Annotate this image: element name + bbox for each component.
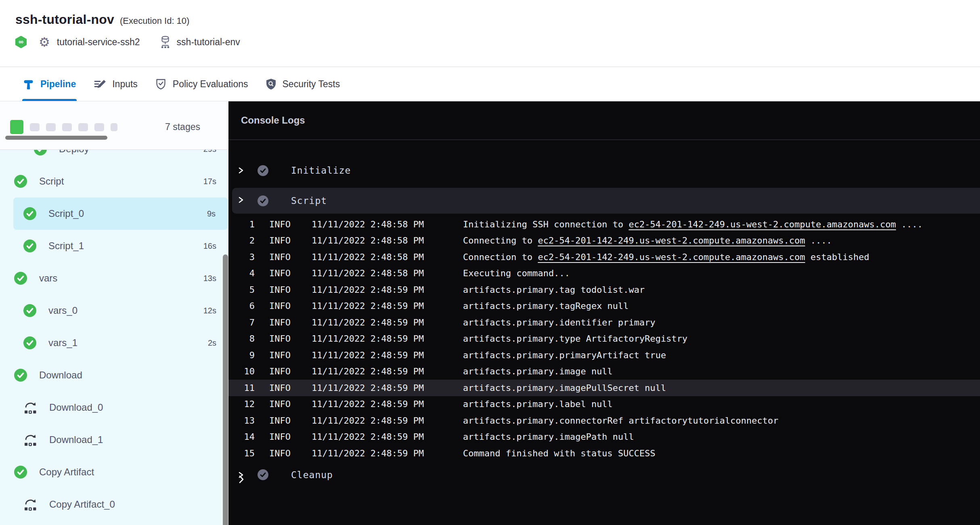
log-message: artifacts.primary.connectorRef artifacto… bbox=[463, 416, 778, 426]
stage-label: vars_0 bbox=[48, 305, 77, 316]
line-number: 4 bbox=[228, 268, 255, 278]
host-link[interactable]: ec2-54-201-142-249.us-west-2.compute.ama… bbox=[538, 252, 805, 262]
log-level: INFO bbox=[269, 285, 291, 295]
log-level: INFO bbox=[269, 432, 291, 442]
success-check-icon bbox=[23, 336, 36, 349]
line-number: 13 bbox=[228, 416, 255, 426]
log-section-script[interactable]: Script bbox=[232, 188, 980, 214]
log-level: INFO bbox=[269, 235, 291, 246]
stage-row-deploy[interactable]: Deploy29s bbox=[0, 150, 228, 165]
stage-row-vars_1[interactable]: vars_12s bbox=[0, 327, 228, 359]
log-line-3: 3 INFO 11/11/2022 2:48:58 PM Connection … bbox=[228, 249, 980, 265]
stage-label: Script_0 bbox=[48, 208, 84, 219]
stage-row-copy-artifact[interactable]: Copy Artifact bbox=[0, 456, 228, 488]
log-line-11: 11 INFO 11/11/2022 2:48:59 PM artifacts.… bbox=[228, 380, 980, 396]
log-text: Initializing SSH connection to bbox=[463, 219, 629, 229]
gear-icon: ⚙ bbox=[39, 36, 50, 48]
tab-label: Policy Evaluations bbox=[173, 79, 248, 90]
log-text: artifacts.primary.connectorRef artifacto… bbox=[463, 416, 778, 426]
stage-segment-pending bbox=[62, 123, 72, 131]
log-timestamp: 11/11/2022 2:48:58 PM bbox=[312, 219, 451, 229]
success-check-icon bbox=[14, 369, 27, 382]
chevron-down-icon[interactable] bbox=[238, 196, 244, 205]
line-number: 9 bbox=[228, 350, 255, 360]
line-number: 14 bbox=[228, 432, 255, 442]
tab-security-tests[interactable]: Security Tests bbox=[266, 67, 340, 101]
policy-icon bbox=[155, 78, 166, 90]
log-level: INFO bbox=[269, 399, 291, 409]
log-line-2: 2 INFO 11/11/2022 2:48:58 PM Connecting … bbox=[228, 233, 980, 249]
stage-row-vars_0[interactable]: vars_012s bbox=[0, 294, 228, 327]
stages-progress-header: 7 stages bbox=[0, 101, 228, 150]
stage-duration: 29s bbox=[203, 150, 228, 154]
horizontal-scrollbar[interactable] bbox=[5, 136, 107, 140]
console-header: Console Logs bbox=[228, 101, 980, 140]
stage-label: Download bbox=[39, 370, 82, 381]
log-level: INFO bbox=[269, 350, 291, 360]
log-timestamp: 11/11/2022 2:48:58 PM bbox=[312, 235, 451, 246]
stage-label: Script bbox=[39, 176, 64, 187]
host-link[interactable]: ec2-54-201-142-249.us-west-2.compute.ama… bbox=[538, 235, 805, 246]
log-line-14: 14 INFO 11/11/2022 2:48:59 PM artifacts.… bbox=[228, 429, 980, 445]
stage-segment-pending bbox=[78, 123, 88, 131]
log-timestamp: 11/11/2022 2:48:59 PM bbox=[312, 416, 451, 426]
tab-policy-evaluations[interactable]: Policy Evaluations bbox=[155, 67, 248, 101]
meta-row: ∞ ⚙ tutorial-service-ssh2 ssh-tutorial-e… bbox=[15, 35, 240, 49]
stage-label: Download_1 bbox=[49, 434, 103, 445]
stage-row-script_1[interactable]: Script_116s bbox=[0, 230, 228, 262]
log-text: artifacts.primary.image null bbox=[463, 366, 613, 376]
log-text: Connecting to bbox=[463, 235, 538, 246]
log-text: artifacts.primary.identifier primary bbox=[463, 317, 655, 328]
stage-row-download[interactable]: Download bbox=[0, 359, 228, 391]
stage-row-script[interactable]: Script17s bbox=[0, 165, 228, 197]
log-text: artifacts.primary.tagRegex null bbox=[463, 301, 629, 311]
line-number: 8 bbox=[228, 334, 255, 344]
log-text: artifacts.primary.imagePullSecret null bbox=[463, 383, 666, 393]
log-line-12: 12 INFO 11/11/2022 2:48:59 PM artifacts.… bbox=[228, 396, 980, 413]
log-timestamp: 11/11/2022 2:48:59 PM bbox=[312, 301, 451, 311]
tab-inputs[interactable]: Inputs bbox=[94, 67, 138, 101]
log-text: artifacts.primary.primaryArtifact true bbox=[463, 350, 666, 360]
vertical-scrollbar[interactable] bbox=[223, 254, 228, 525]
log-text: Command finished with status SUCCESS bbox=[463, 448, 655, 458]
stage-row-download_0[interactable]: Download_0 bbox=[0, 391, 228, 424]
host-link[interactable]: ec2-54-201-142-249.us-west-2.compute.ama… bbox=[629, 219, 896, 229]
log-timestamp: 11/11/2022 2:48:59 PM bbox=[312, 285, 451, 295]
expand-panel-chevron-icon[interactable] bbox=[238, 475, 245, 485]
stage-row-copy-artifact_0[interactable]: Copy Artifact_0 bbox=[0, 488, 228, 521]
log-timestamp: 11/11/2022 2:48:58 PM bbox=[312, 252, 451, 262]
log-level: INFO bbox=[269, 268, 291, 278]
log-message: Connection to ec2-54-201-142-249.us-west… bbox=[463, 252, 869, 262]
console-title: Console Logs bbox=[241, 115, 305, 126]
tab-label: Security Tests bbox=[283, 79, 340, 90]
line-number: 6 bbox=[228, 301, 255, 311]
stage-row-vars[interactable]: vars13s bbox=[0, 262, 228, 294]
success-check-icon bbox=[14, 466, 27, 479]
log-text: artifacts.primary.imagePath null bbox=[463, 432, 634, 442]
service-name[interactable]: tutorial-service-ssh2 bbox=[57, 37, 140, 48]
log-timestamp: 11/11/2022 2:48:58 PM bbox=[312, 268, 451, 278]
stage-segment-pending bbox=[46, 123, 56, 131]
chevron-right-icon[interactable] bbox=[238, 167, 244, 174]
log-message: artifacts.primary.imagePath null bbox=[463, 432, 634, 442]
stage-label: vars_1 bbox=[48, 337, 77, 349]
log-level: INFO bbox=[269, 366, 291, 376]
stage-segment-pending bbox=[111, 123, 117, 131]
log-section-cleanup[interactable]: Cleanup bbox=[228, 466, 980, 484]
title-row: ssh-tutorial-nov (Execution Id: 10) bbox=[15, 12, 189, 27]
log-timestamp: 11/11/2022 2:48:59 PM bbox=[312, 317, 451, 328]
inputs-icon bbox=[94, 79, 106, 90]
tab-pipeline[interactable]: Pipeline bbox=[23, 67, 76, 101]
stage-segment-pending bbox=[94, 123, 104, 131]
log-level: INFO bbox=[269, 301, 291, 311]
environment-name[interactable]: ssh-tutorial-env bbox=[177, 37, 240, 48]
log-section-initialize[interactable]: Initialize bbox=[228, 161, 980, 180]
log-timestamp: 11/11/2022 2:48:59 PM bbox=[312, 366, 451, 376]
environment-icon bbox=[160, 36, 170, 48]
stage-row-script_0[interactable]: Script_09s bbox=[13, 197, 228, 230]
line-number: 5 bbox=[228, 285, 255, 295]
section-success-icon bbox=[258, 165, 268, 176]
success-check-icon bbox=[34, 150, 47, 155]
stage-row-download_1[interactable]: Download_1 bbox=[0, 424, 228, 456]
log-message: artifacts.primary.label null bbox=[463, 399, 613, 409]
